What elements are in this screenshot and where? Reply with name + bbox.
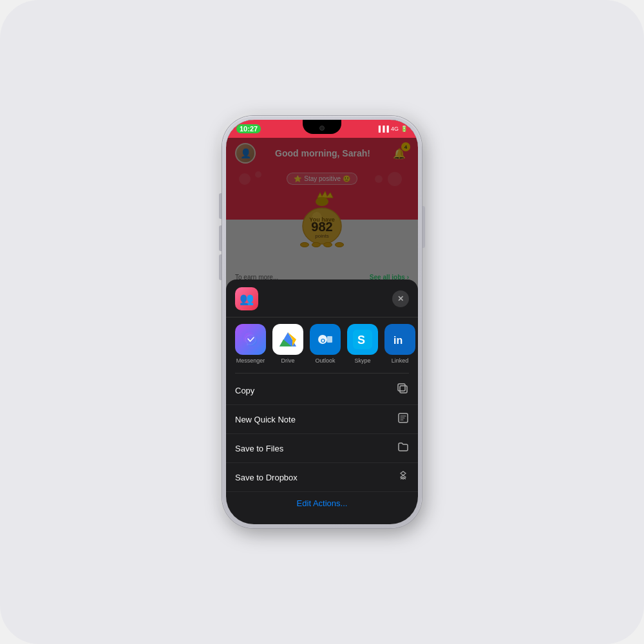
edit-actions-section: Edit Actions... — [226, 492, 418, 511]
share-app-emoji: 👥 — [240, 292, 254, 306]
outlook-icon: O — [310, 324, 341, 355]
notch — [303, 120, 341, 134]
signal-icon: ▐▐▐ — [377, 126, 389, 132]
drive-label: Drive — [281, 357, 294, 364]
action-new-quick-note[interactable]: New Quick Note — [226, 405, 418, 434]
status-time: 10:27 — [236, 124, 261, 133]
action-save-dropbox[interactable]: Save to Dropbox — [226, 463, 418, 492]
share-sheet-header: 👥 ✕ — [226, 287, 418, 317]
quick-note-icon — [397, 412, 409, 426]
status-bar: 10:27 ▐▐▐ 4G 🔋 — [226, 120, 418, 138]
share-close-button[interactable]: ✕ — [392, 290, 409, 307]
network-type: 4G — [391, 126, 399, 132]
messenger-icon — [235, 324, 266, 355]
svg-rect-16 — [398, 384, 405, 391]
drive-icon — [272, 324, 303, 355]
share-app-outlook[interactable]: O Outlook — [310, 324, 341, 364]
linkedin-icon: in — [384, 324, 415, 355]
action-copy[interactable]: Copy — [226, 376, 418, 405]
share-app-messenger[interactable]: Messenger — [235, 324, 266, 364]
save-files-label: Save to Files — [235, 444, 283, 453]
close-icon: ✕ — [397, 294, 404, 303]
svg-point-6 — [243, 332, 258, 346]
svg-rect-15 — [400, 386, 407, 393]
share-app-linkedin[interactable]: in Linked — [384, 324, 415, 364]
share-app-drive[interactable]: Drive — [272, 324, 303, 364]
messenger-label: Messenger — [236, 357, 265, 364]
linkedin-label: Linked — [392, 357, 409, 364]
phone-screen: 10:27 ▐▐▐ 4G 🔋 👤 — [226, 120, 418, 524]
skype-icon: S — [347, 324, 378, 355]
outlook-label: Outlook — [315, 357, 335, 364]
new-quick-note-label: New Quick Note — [235, 415, 296, 424]
front-camera — [319, 126, 325, 131]
action-save-files[interactable]: Save to Files — [226, 434, 418, 463]
share-app-skype[interactable]: S Skype — [347, 324, 378, 364]
status-icons: ▐▐▐ 4G 🔋 — [377, 126, 408, 132]
copy-label: Copy — [235, 386, 254, 395]
svg-text:in: in — [393, 335, 402, 346]
save-dropbox-label: Save to Dropbox — [235, 473, 298, 482]
phone-inner: 10:27 ▐▐▐ 4G 🔋 👤 — [226, 120, 418, 524]
battery-icon: 🔋 — [401, 126, 408, 132]
action-divider-1 — [235, 373, 409, 374]
copy-icon — [397, 383, 409, 397]
page-background: 10:27 ▐▐▐ 4G 🔋 👤 — [0, 0, 644, 644]
svg-rect-10 — [327, 336, 332, 343]
edit-actions-link[interactable]: Edit Actions... — [297, 498, 348, 508]
skype-label: Skype — [354, 357, 370, 364]
app-content: 👤 Good morning, Sarah! 🔔 4 — [226, 138, 418, 524]
share-app-icon: 👥 — [235, 287, 258, 310]
phone-shell: 10:27 ▐▐▐ 4G 🔋 👤 — [222, 116, 422, 528]
dropbox-icon — [397, 470, 409, 484]
share-sheet: 👥 ✕ Messenger — [226, 279, 418, 524]
svg-text:S: S — [357, 334, 365, 346]
svg-text:O: O — [321, 337, 325, 344]
apps-row: Messenger Drive O — [226, 317, 418, 370]
save-files-icon — [397, 441, 409, 455]
